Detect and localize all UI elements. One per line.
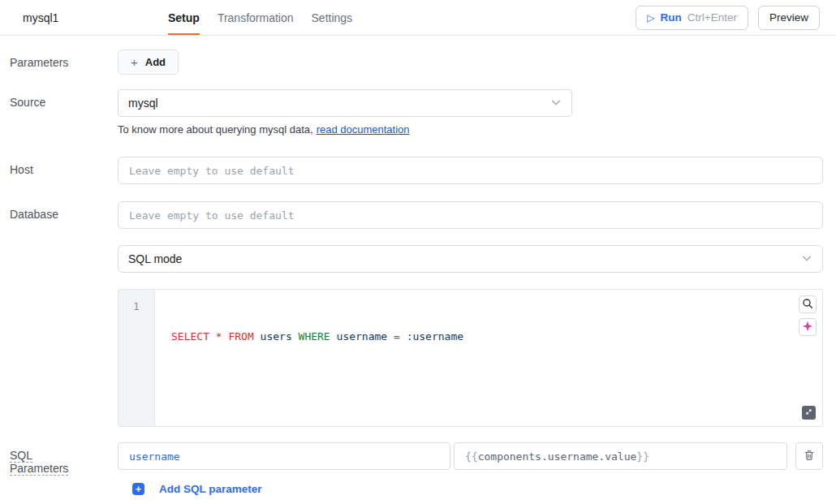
sql-parameters-label-text: SQL Parameters <box>10 449 68 475</box>
sql-parameter-row: {{components.username.value}} <box>118 442 823 470</box>
parameters-row: Parameters + Add <box>0 50 823 75</box>
source-select[interactable]: mysql <box>118 89 572 117</box>
tab-settings[interactable]: Settings <box>312 0 353 35</box>
preview-button-label: Preview <box>769 11 808 24</box>
binding-close-brace: }} <box>636 450 649 463</box>
source-label: Source <box>0 89 118 136</box>
editor-search-button[interactable] <box>799 295 817 313</box>
source-select-value: mysql <box>128 97 158 110</box>
read-documentation-link[interactable]: read documentation <box>317 123 410 136</box>
param-value-input[interactable]: {{components.username.value}} <box>454 442 787 470</box>
sparkle-icon <box>802 321 813 334</box>
code-area[interactable]: SELECT * FROM users WHERE username = :us… <box>155 290 822 426</box>
database-row: Database <box>0 201 823 229</box>
sql-parameters-row: SQL Parameters {{components.username.val… <box>0 442 823 495</box>
sql-mode-select[interactable]: SQL mode <box>118 245 823 273</box>
preview-button[interactable]: Preview <box>758 6 820 30</box>
tabs: Setup Transformation Settings <box>168 0 352 35</box>
search-icon <box>802 298 813 312</box>
expand-icon <box>804 407 813 419</box>
add-parameter-button[interactable]: + Add <box>118 50 179 75</box>
editor-side-buttons <box>799 295 817 336</box>
run-button-label: Run <box>661 11 682 24</box>
query-setup-panel: Parameters + Add Source mysql To know mo… <box>0 36 836 495</box>
chevron-down-icon <box>801 252 812 266</box>
editor-row: 1 SELECT * FROM users WHERE username = :… <box>0 289 823 427</box>
line-number: 1 <box>119 300 154 312</box>
tab-setup[interactable]: Setup <box>168 0 200 35</box>
add-parameter-label: Add <box>145 56 166 68</box>
add-sql-parameter-label: Add SQL parameter <box>159 483 262 495</box>
database-label: Database <box>0 201 118 229</box>
binding-expression: components.username.value <box>478 450 637 463</box>
run-button[interactable]: ▷ Run Ctrl+Enter <box>636 6 748 30</box>
run-shortcut: Ctrl+Enter <box>687 11 737 24</box>
param-key-input[interactable] <box>118 442 450 470</box>
source-helper-prefix: To know more about querying mysql data, <box>118 123 313 136</box>
host-input[interactable] <box>118 157 823 184</box>
host-label: Host <box>0 157 118 184</box>
editor-gutter: 1 <box>119 290 155 426</box>
binding-open-brace: {{ <box>465 450 478 463</box>
sql-mode-value: SQL mode <box>128 252 182 265</box>
plus-icon: + <box>131 56 138 68</box>
trash-icon <box>803 449 816 464</box>
editor-spacer <box>0 289 118 427</box>
database-input[interactable] <box>118 201 823 229</box>
expand-editor-button[interactable] <box>802 406 816 420</box>
ai-assist-button[interactable] <box>799 318 817 336</box>
sql-mode-spacer <box>0 245 118 273</box>
play-icon: ▷ <box>647 13 654 23</box>
add-plus-icon: + <box>132 483 144 495</box>
query-title: mysql1 <box>23 11 58 24</box>
parameters-label: Parameters <box>0 50 118 75</box>
tab-transformation[interactable]: Transformation <box>218 0 294 35</box>
header-actions: ▷ Run Ctrl+Enter Preview <box>636 6 820 30</box>
source-helper-text: To know more about querying mysql data,r… <box>118 123 823 136</box>
add-sql-parameter-button[interactable]: + Add SQL parameter <box>132 483 262 495</box>
sql-parameters-label: SQL Parameters <box>0 442 118 495</box>
code-line: SELECT * FROM users WHERE username = :us… <box>171 330 806 344</box>
chevron-down-icon <box>550 97 562 110</box>
source-row: Source mysql To know more about querying… <box>0 89 823 136</box>
sql-mode-row: SQL mode <box>0 245 823 273</box>
delete-parameter-button[interactable] <box>795 442 823 470</box>
host-row: Host <box>0 157 823 184</box>
header: mysql1 Setup Transformation Settings ▷ R… <box>0 0 836 36</box>
sql-code-editor[interactable]: 1 SELECT * FROM users WHERE username = :… <box>118 289 823 427</box>
